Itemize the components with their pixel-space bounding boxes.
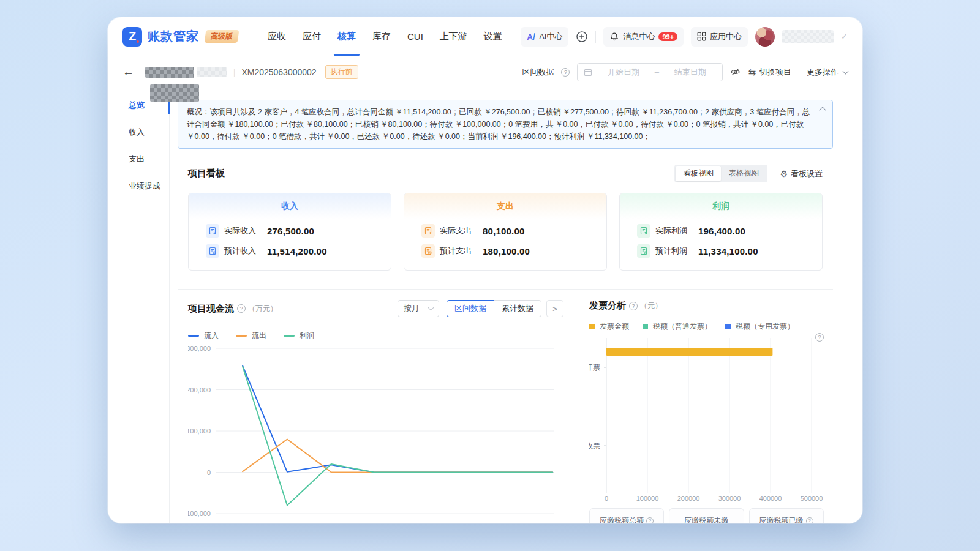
board-settings-button[interactable]: ⚙ 看板设置 <box>780 168 823 179</box>
actual-expense-value: 80,100.00 <box>483 226 525 236</box>
project-header: ← | XM2025063000002 执行前 区间数据 ? 开始日期 – 结束… <box>108 56 862 88</box>
tax-paid-label: 应缴税额已缴 <box>760 515 804 523</box>
checkmark-icon: ✓ <box>841 32 848 41</box>
document-arrow-icon <box>421 224 435 238</box>
legend-outflow-label: 流出 <box>252 331 266 341</box>
eye-off-icon[interactable] <box>730 67 741 77</box>
invoice-analysis-section: 发票分析 ? （元） 发票金额 税额（普通发票） <box>589 290 824 523</box>
actual-profit-row: 实际利润 196,400.00 <box>637 224 822 238</box>
expected-expense-row: 预计支出 180,100.00 <box>421 244 606 258</box>
logo-letter: Z <box>129 29 136 43</box>
divider: | <box>233 67 235 77</box>
range-data-label: 区间数据 <box>522 67 554 78</box>
svg-text:0: 0 <box>207 469 211 476</box>
plus-circle-icon[interactable] <box>576 31 588 43</box>
document-clock-icon <box>206 244 219 258</box>
next-chart-button[interactable]: > <box>546 300 564 317</box>
logo-dot <box>137 40 139 43</box>
income-card-title: 收入 <box>189 193 391 219</box>
period-select-value: 按月 <box>404 303 420 314</box>
legend-item-tax-special[interactable]: 税额（专用发票） <box>725 321 794 332</box>
redacted-project-name <box>145 67 194 78</box>
cashflow-line-chart: 300,000200,000100,0000-100,000 <box>188 343 556 521</box>
legend-item-inflow[interactable]: 流入 <box>188 331 219 341</box>
project-board-section: 项目看板 看板视图 表格视图 ⚙ 看板设置 收入 <box>188 165 823 271</box>
invoice-legend: 发票金额 税额（普通发票） 税额（专用发票） <box>589 321 824 332</box>
app-center-button[interactable]: 应用中心 <box>691 27 748 47</box>
main-content: 概况：该项目共涉及 2 家客户，4 笔应收合同，总计合同金额 ￥11,514,2… <box>170 88 862 523</box>
cumulative-data-toggle[interactable]: 累计数据 <box>494 300 541 317</box>
collapse-summary-icon[interactable] <box>819 107 826 113</box>
outflow-line-marker <box>236 335 247 337</box>
app-logo[interactable]: Z <box>123 27 142 47</box>
actual-profit-value: 196,400.00 <box>698 226 745 236</box>
help-icon[interactable]: ? <box>629 302 638 310</box>
actual-income-row: 实际收入 276,500.00 <box>206 224 391 238</box>
board-view-tab[interactable]: 看板视图 <box>676 166 721 181</box>
actual-expense-label: 实际支出 <box>440 225 479 236</box>
nav-item-payable[interactable]: 应付 <box>303 17 321 56</box>
legend-item-invoice-amount[interactable]: 发票金额 <box>589 321 629 332</box>
help-icon[interactable]: ? <box>561 68 570 77</box>
more-actions-label: 更多操作 <box>807 67 839 78</box>
navbar-right: A/ AI中心 消息中心 99+ 应用中心 ✓ <box>521 27 848 47</box>
cashflow-legend: 流入 流出 利润 <box>188 331 564 341</box>
cashflow-title: 项目现金流 <box>188 303 234 315</box>
date-range-input[interactable]: 开始日期 – 结束日期 <box>577 63 723 81</box>
expected-expense-label: 预计支出 <box>440 246 479 257</box>
sidebar-item-expense[interactable]: 支出 <box>108 146 169 173</box>
table-view-tab[interactable]: 表格视图 <box>721 166 766 181</box>
nav-item-accounting[interactable]: 核算 <box>337 17 356 56</box>
expense-card-title: 支出 <box>404 193 606 219</box>
svg-text:400000: 400000 <box>760 495 782 502</box>
sidebar-item-income[interactable]: 收入 <box>108 119 169 146</box>
user-avatar[interactable] <box>755 27 775 47</box>
swap-icon: ⇆ <box>748 67 756 78</box>
redacted-username <box>782 30 834 43</box>
document-arrow-icon <box>637 224 650 238</box>
grid-icon <box>697 32 706 41</box>
expected-income-label: 预计收入 <box>224 246 263 257</box>
sidebar-item-commission[interactable]: 业绩提成 <box>108 173 169 200</box>
nav-item-receivable[interactable]: 应收 <box>268 17 286 56</box>
nav-item-inventory[interactable]: 库存 <box>372 17 391 56</box>
more-actions-button[interactable]: 更多操作 <box>807 67 848 78</box>
nav-item-cui[interactable]: CUI <box>407 17 423 56</box>
svg-text:100,000: 100,000 <box>188 427 211 435</box>
interval-data-toggle[interactable]: 区间数据 <box>447 300 494 317</box>
help-icon[interactable]: ? <box>237 304 246 313</box>
message-center-button[interactable]: 消息中心 99+ <box>603 27 684 47</box>
project-sidebar: 总览 收入 支出 业绩提成 <box>108 88 170 523</box>
legend-item-tax-normal[interactable]: 税额（普通发票） <box>643 321 712 332</box>
help-icon[interactable]: ? <box>806 517 813 524</box>
nav-item-settings[interactable]: 设置 <box>484 17 502 56</box>
tax-special-marker <box>725 324 731 329</box>
divider <box>573 290 573 523</box>
expected-profit-value: 11,334,100.00 <box>698 246 758 257</box>
expected-expense-value: 180,100.00 <box>483 246 530 257</box>
legend-item-outflow[interactable]: 流出 <box>236 331 266 341</box>
kpi-cards: 收入 实际收入 276,500.00 预计收入 11,514,200.00 <box>188 193 823 271</box>
actual-profit-label: 实际利润 <box>655 225 695 236</box>
expected-profit-row: 预计利润 11,334,100.00 <box>637 244 822 258</box>
bell-icon <box>609 32 619 42</box>
tax-stats-row: 应缴税额总额 ? ¥0.00 应缴税额未缴 ¥0.00 <box>589 508 824 523</box>
project-summary-box: 概况：该项目共涉及 2 家客户，4 笔应收合同，总计合同金额 ￥11,514,2… <box>178 100 833 149</box>
actual-expense-row: 实际支出 80,100.00 <box>421 224 606 238</box>
gear-icon: ⚙ <box>780 169 788 179</box>
profit-card-title: 利润 <box>620 193 822 219</box>
back-button[interactable]: ← <box>123 66 134 78</box>
svg-text:收票: 收票 <box>589 441 600 450</box>
profit-line-marker <box>284 335 295 337</box>
expected-profit-label: 预计利润 <box>655 246 695 257</box>
ai-center-button[interactable]: A/ AI中心 <box>521 27 568 47</box>
help-icon[interactable]: ? <box>815 333 824 342</box>
legend-item-profit[interactable]: 利润 <box>284 331 314 341</box>
period-select[interactable]: 按月 <box>398 300 439 317</box>
project-summary-text: 概况：该项目共涉及 2 家客户，4 笔应收合同，总计合同金额 ￥11,514,2… <box>187 106 814 143</box>
help-icon[interactable]: ? <box>646 517 654 524</box>
switch-project-button[interactable]: ⇆ 切换项目 <box>748 67 791 78</box>
nav-item-upstream-downstream[interactable]: 上下游 <box>440 17 467 56</box>
svg-text:500000: 500000 <box>801 495 823 502</box>
actual-income-value: 276,500.00 <box>267 226 314 236</box>
